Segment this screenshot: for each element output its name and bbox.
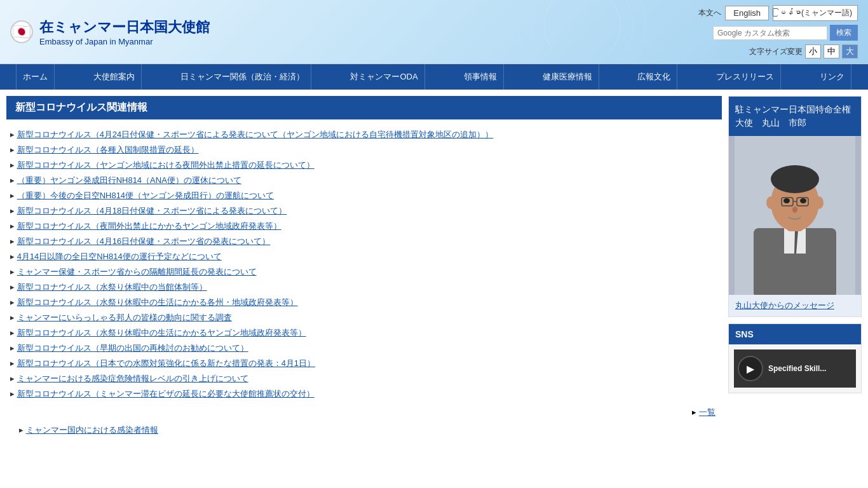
list-item: 新型コロナウイルス（日本での水際対策強化に係る新たな措置の発表：4月1日） <box>10 356 718 371</box>
list-item: ミャンマーにおける感染症危険情報レベルの引き上げについて <box>10 371 718 386</box>
bottom-link[interactable]: ミャンマー国内における感染者情報 <box>26 425 158 435</box>
svg-point-10 <box>766 196 775 209</box>
list-item: 新型コロナウイルス（水祭り休暇中の生活にかかるヤンゴン地域政府発表等） <box>10 325 718 341</box>
list-item: 新型コロナウイルス（夜間外出禁止にかかるヤンゴン地域政府発表等） <box>10 219 718 234</box>
list-item: 新型コロナウイルス（4月16日付保健・スポーツ省の発表について） <box>10 234 718 249</box>
nav-item[interactable]: リンク <box>813 64 851 90</box>
ambassador-message-link[interactable]: 丸山大使からのメッセージ <box>729 295 861 316</box>
search-button[interactable]: 検索 <box>830 25 858 41</box>
more-link[interactable]: 一覧 <box>699 407 715 417</box>
content-link[interactable]: ミャンマー保健・スポーツ省からの隔離期間延長の発表について <box>17 267 257 276</box>
nav-item[interactable]: ホーム <box>16 64 55 90</box>
list-item: （重要）ヤンゴン発成田行NH814（ANA便）の運休について <box>10 173 718 188</box>
flag-icon: 🇯🇵 <box>10 20 33 43</box>
content-area: 新型コロナウイルス関連情報 新型コロナウイルス（4月24日付保健・スポーツ省によ… <box>6 96 722 436</box>
more-link-container: ▸ 一覧 <box>6 407 722 418</box>
links-list: 新型コロナウイルス（4月24日付保健・スポーツ省による発表について（ヤンゴン地域… <box>6 127 722 402</box>
nav-item[interactable]: 日ミャンマー関係（政治・経済） <box>174 64 311 90</box>
list-item: 新型コロナウイルス（ミャンマー滞在ビザの延長に必要な大使館推薦状の交付） <box>10 386 718 402</box>
search-input[interactable] <box>713 26 827 40</box>
english-button[interactable]: English <box>725 6 769 20</box>
myanmar-button[interactable]: မြန်မာ(ミャンマー語) <box>773 5 858 21</box>
header-controls: 本文へ English မြန်မာ(ミャンマー語) 検索 文字サイズ変更 小 … <box>698 5 858 58</box>
svg-point-11 <box>815 196 824 209</box>
site-title-block: 在ミャンマー日本国大使館 Embassy of Japan in Myanmar <box>39 18 210 46</box>
list-item: ミャンマーにいらっしゃる邦人の皆様の動向に関する調査 <box>10 310 718 325</box>
sns-title: SNS <box>729 324 861 344</box>
search-row: 検索 <box>713 25 858 41</box>
svg-point-9 <box>792 207 797 213</box>
content-link[interactable]: 新型コロナウイルス（水祭り休暇中の生活にかかるヤンゴン地域政府発表等） <box>17 328 306 337</box>
font-mid-button[interactable]: 中 <box>824 44 839 58</box>
list-item: 新型コロナウイルス（各種入国制限措置の延長） <box>10 142 718 158</box>
content-link[interactable]: （重要）今後の全日空NH814便（ヤンゴン発成田行）の運航について <box>17 191 274 200</box>
content-link[interactable]: （重要）ヤンゴン発成田行NH814（ANA便）の運休について <box>17 175 241 185</box>
content-link[interactable]: 新型コロナウイルス（水祭り休暇中の生活にかかる各州・地域政府発表等） <box>17 297 298 307</box>
font-size-label: 文字サイズ変更 <box>749 46 803 57</box>
content-link[interactable]: 新型コロナウイルス（4月24日付保健・スポーツ省による発表について（ヤンゴン地域… <box>17 130 494 139</box>
nav-item[interactable]: 対ミャンマーODA <box>344 64 424 90</box>
sns-box: SNS ▶ Specified Skill... <box>728 323 862 393</box>
nav-item[interactable]: 領事情報 <box>458 64 504 90</box>
honbun-link[interactable]: 本文へ <box>698 8 721 18</box>
content-link[interactable]: ミャンマーにおける感染症危険情報レベルの引き上げについて <box>17 374 248 383</box>
content-link[interactable]: ミャンマーにいらっしゃる邦人の皆様の動向に関する調査 <box>17 313 232 322</box>
main-nav: ホーム大使館案内日ミャンマー関係（政治・経済）対ミャンマーODA領事情報健康医療… <box>0 64 868 90</box>
font-size-controls: 文字サイズ変更 小 中 大 <box>749 44 858 58</box>
list-item: 新型コロナウイルス（水祭り休暇中の生活にかかる各州・地域政府発表等） <box>10 295 718 310</box>
content-link[interactable]: 4月14日以降の全日空NH814便の運行予定などについて <box>17 252 222 261</box>
svg-point-6 <box>771 165 819 193</box>
content-link[interactable]: 新型コロナウイルス（各種入国制限措置の延長） <box>17 145 199 154</box>
font-large-button[interactable]: 大 <box>842 44 858 58</box>
list-item: ミャンマー保健・スポーツ省からの隔離期間延長の発表について <box>10 264 718 280</box>
list-item: 4月14日以降の全日空NH814便の運行予定などについて <box>10 249 718 264</box>
content-link[interactable]: 新型コロナウイルス（水祭り休暇中の当館体制等） <box>17 282 207 292</box>
sns-content: ▶ Specified Skill... <box>729 344 861 393</box>
svg-point-8 <box>800 198 806 203</box>
nav-item[interactable]: 健康医療情報 <box>536 64 599 90</box>
header: 🇯🇵 在ミャンマー日本国大使館 Embassy of Japan in Myan… <box>0 0 868 64</box>
nav-item[interactable]: プレスリリース <box>710 64 781 90</box>
list-item: 新型コロナウイルス（4月24日付保健・スポーツ省による発表について（ヤンゴン地域… <box>10 127 718 142</box>
content-link[interactable]: 新型コロナウイルス（4月16日付保健・スポーツ省の発表について） <box>17 236 271 246</box>
sns-video-label: Specified Skill... <box>768 364 826 373</box>
header-left: 🇯🇵 在ミャンマー日本国大使館 Embassy of Japan in Myan… <box>10 18 210 46</box>
content-link[interactable]: 新型コロナウイルス（夜間外出禁止にかかるヤンゴン地域政府発表等） <box>17 221 281 231</box>
content-link[interactable]: 新型コロナウイルス（ミャンマー滞在ビザの延長に必要な大使館推薦状の交付） <box>17 389 315 398</box>
list-item: 新型コロナウイルス（早期の出国の再検討のお勧めについて） <box>10 341 718 356</box>
list-item: 新型コロナウイルス（ヤンゴン地域における夜間外出禁止措置の延長について） <box>10 158 718 173</box>
list-item: 新型コロナウイルス（4月18日付保健・スポーツ省による発表について） <box>10 203 718 219</box>
svg-point-7 <box>783 198 790 203</box>
site-title-english: Embassy of Japan in Myanmar <box>39 37 210 46</box>
bottom-link-container: ミャンマー国内における感染者情報 <box>6 424 722 436</box>
section-header: 新型コロナウイルス関連情報 <box>6 96 722 119</box>
play-icon: ▶ <box>738 356 763 381</box>
list-item: 新型コロナウイルス（水祭り休暇中の当館体制等） <box>10 280 718 295</box>
content-link[interactable]: 新型コロナウイルス（早期の出国の再検討のお勧めについて） <box>17 343 248 353</box>
content-link[interactable]: 新型コロナウイルス（4月18日付保健・スポーツ省による発表について） <box>17 206 287 215</box>
list-item: （重要）今後の全日空NH814便（ヤンゴン発成田行）の運航について <box>10 188 718 203</box>
nav-item[interactable]: 大使館案内 <box>87 64 142 90</box>
main-layout: 新型コロナウイルス関連情報 新型コロナウイルス（4月24日付保健・スポーツ省によ… <box>0 90 868 442</box>
ambassador-box: 駐ミャンマー日本国特命全権大使 丸山 市郎 <box>728 96 862 317</box>
content-link[interactable]: 新型コロナウイルス（ヤンゴン地域における夜間外出禁止措置の延長について） <box>17 160 315 170</box>
nav-item[interactable]: 広報文化 <box>631 64 677 90</box>
sidebar: 駐ミャンマー日本国特命全権大使 丸山 市郎 <box>728 96 862 436</box>
ambassador-title: 駐ミャンマー日本国特命全権大使 丸山 市郎 <box>729 97 861 136</box>
ambassador-photo <box>729 136 861 295</box>
language-row: 本文へ English မြန်မာ(ミャンマー語) <box>698 5 858 21</box>
site-title-japanese: 在ミャンマー日本国大使館 <box>39 18 210 37</box>
content-link[interactable]: 新型コロナウイルス（日本での水際対策強化に係る新たな措置の発表：4月1日） <box>17 358 315 368</box>
font-small-button[interactable]: 小 <box>805 44 821 58</box>
sns-video-thumbnail[interactable]: ▶ Specified Skill... <box>734 349 856 388</box>
